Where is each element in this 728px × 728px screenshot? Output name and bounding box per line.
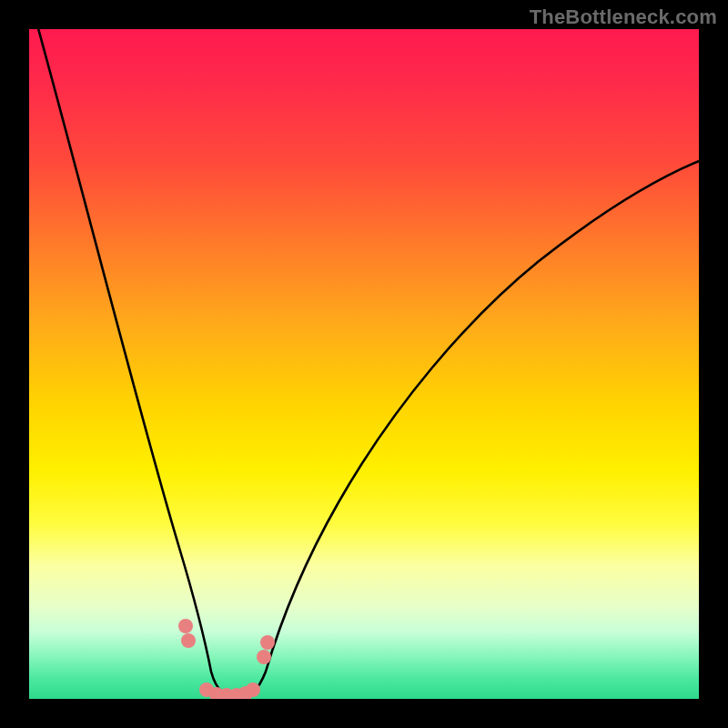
marker-dot [178,619,193,633]
chart-frame: TheBottleneck.com [0,0,728,728]
marker-group [178,619,275,699]
plot-area [29,29,699,699]
marker-dot [181,633,196,648]
curve-svg [29,29,699,699]
marker-dot [257,650,271,664]
watermark-text: TheBottleneck.com [530,5,717,29]
bottleneck-curve [31,29,699,697]
marker-dot [246,682,260,697]
marker-dot [260,635,275,650]
